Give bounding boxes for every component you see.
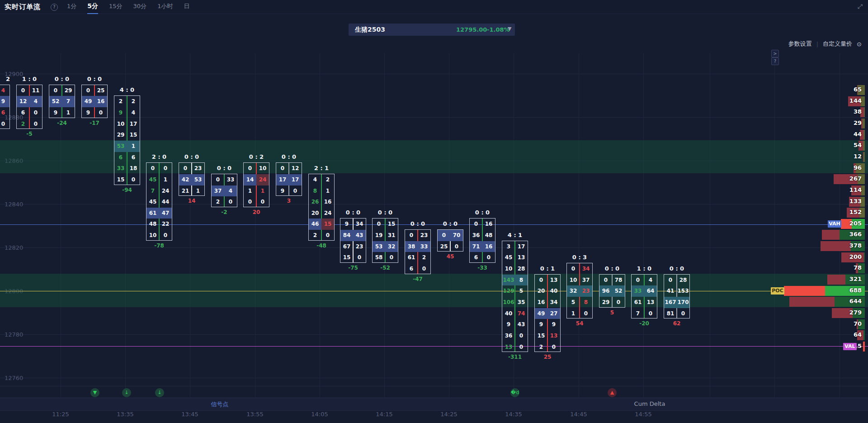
ask-cell: 34 <box>547 297 560 308</box>
profile-value-label: 205 <box>844 220 862 227</box>
time-gridline <box>710 53 710 397</box>
val-badge: VAL <box>843 343 857 350</box>
ask-cell: 24 <box>321 208 334 219</box>
ask-cell: 16 <box>94 96 107 107</box>
ask-cell: 15 <box>127 129 140 141</box>
bid-cell: 0 <box>82 85 94 96</box>
tab-1小时[interactable]: 1小时 <box>157 2 173 14</box>
bid-cell: 0 <box>179 163 192 174</box>
imbalance-header: 0 : 0 <box>276 153 302 160</box>
profile-sell-bar <box>822 230 840 240</box>
ask-cell: 64 <box>644 285 657 297</box>
ask-cell: 1 <box>127 141 140 152</box>
ask-cell: 0 <box>385 252 398 263</box>
symbol-change: -1.08% <box>487 26 510 33</box>
footer-label-row: 信号点 Cum Delta <box>0 398 868 411</box>
footprint-bar: 229410172915531663318150 <box>114 95 140 185</box>
imbalance-header: 0 : 0 <box>469 209 495 216</box>
imbalance-header: 0 : 0 <box>340 209 366 216</box>
tab-15分[interactable]: 15分 <box>109 2 123 14</box>
bid-cell: 129 <box>502 285 515 297</box>
ask-cell: 17 <box>127 119 140 130</box>
profile-value-label: 12 <box>844 153 862 160</box>
custom-volume-button[interactable]: 自定义量价 <box>823 40 852 48</box>
imbalance-header: 0 : 0 <box>599 265 625 272</box>
buy-signal-icon: ▼ <box>90 388 99 397</box>
tab-日[interactable]: 日 <box>184 2 189 14</box>
timeframe-tabs: 1分5分15分30分1小时日 <box>67 2 189 14</box>
bid-cell: 29 <box>114 129 127 141</box>
bid-cell: 7 <box>632 308 644 319</box>
bid-cell: 49 <box>82 96 94 107</box>
param-settings-button[interactable]: 参数设置 <box>788 40 812 48</box>
bar-delta-label: -33 <box>465 265 500 271</box>
signal-points-label[interactable]: 信号点 <box>211 400 229 409</box>
bid-cell: 53 <box>373 241 385 252</box>
bid-cell: 33 <box>632 285 644 297</box>
bid-cell: 84 <box>340 230 353 241</box>
profile-buy-bar <box>863 141 865 151</box>
footprint-bar: 0234253211 <box>179 162 205 196</box>
ask-cell: 5 <box>515 285 528 297</box>
imbalance-header: 4 : 0 <box>114 86 140 93</box>
time-axis-label: 14:55 <box>635 411 651 418</box>
ask-cell: 32 <box>385 241 398 252</box>
imbalance-header: 0 : 0 <box>437 220 463 227</box>
bar-delta-label: -52 <box>368 265 403 271</box>
ask-cell: 43 <box>353 230 366 241</box>
gear-icon[interactable]: ⊙ <box>857 41 862 48</box>
bar-delta-label: -48 <box>304 242 339 249</box>
profile-value-label: 29 <box>844 119 862 126</box>
ask-cell: 0 <box>256 196 269 208</box>
tab-1分[interactable]: 1分 <box>67 2 76 14</box>
fullscreen-icon[interactable]: ⤢ <box>858 3 863 10</box>
time-gridline <box>774 53 775 397</box>
price-axis-label: 12760 <box>5 375 23 381</box>
symbol-selector[interactable]: 生猪2503 12795.00 -1.08% ▼ <box>349 24 515 36</box>
profile-buy-bar <box>861 185 865 195</box>
ask-cell: 47 <box>159 208 172 219</box>
ask-cell: 1 <box>256 185 269 197</box>
side-button-expand[interactable]: > <box>771 50 779 57</box>
ask-cell: 17 <box>515 241 528 252</box>
ask-cell: 33 <box>418 241 430 252</box>
profile-value-label: 96 <box>844 164 862 171</box>
help-icon[interactable]: ? <box>51 4 58 11</box>
ask-cell: 0 <box>29 107 42 119</box>
bid-cell: 19 <box>373 230 385 241</box>
bid-cell: 6 <box>405 263 418 275</box>
bid-cell: 15 <box>114 174 127 185</box>
bar-delta-label: 3 <box>271 198 307 204</box>
ask-cell: 34 <box>353 219 366 230</box>
tab-5分[interactable]: 5分 <box>87 2 98 14</box>
ask-cell: 13 <box>515 252 528 263</box>
bid-cell: 53 <box>114 141 127 152</box>
ask-cell: 13 <box>644 297 657 308</box>
bid-cell: 9 <box>114 107 127 119</box>
bid-cell: 42 <box>179 174 192 185</box>
footprint-bar: 01014241100 <box>243 162 269 207</box>
ask-cell: 18 <box>127 163 140 174</box>
profile-row <box>861 119 865 128</box>
tab-30分[interactable]: 30分 <box>133 2 147 14</box>
price-gridline <box>0 74 868 74</box>
profile-row <box>863 152 865 162</box>
profile-value-label: 38 <box>844 108 862 115</box>
ask-cell: 16 <box>482 219 495 230</box>
side-button-help[interactable]: ? <box>771 57 779 65</box>
ask-cell: 2 <box>127 96 140 107</box>
profile-value-label: 366 <box>844 231 862 238</box>
bar-delta-label: -47 <box>400 276 435 282</box>
bid-cell: 106 <box>502 297 515 308</box>
cum-delta-label[interactable]: Cum Delta <box>634 400 665 407</box>
profile-value-label: 267 <box>844 175 862 182</box>
ask-cell: 70 <box>450 230 463 241</box>
ask-cell: 4 <box>644 275 657 286</box>
ask-cell: 27 <box>547 308 560 319</box>
ask-cell: 17 <box>289 174 302 185</box>
bid-cell: 37 <box>212 185 224 197</box>
bid-cell: 45 <box>502 252 515 263</box>
ask-cell: 28 <box>515 263 528 275</box>
ask-cell: 0 <box>29 119 42 130</box>
ask-cell: 25 <box>94 85 107 96</box>
